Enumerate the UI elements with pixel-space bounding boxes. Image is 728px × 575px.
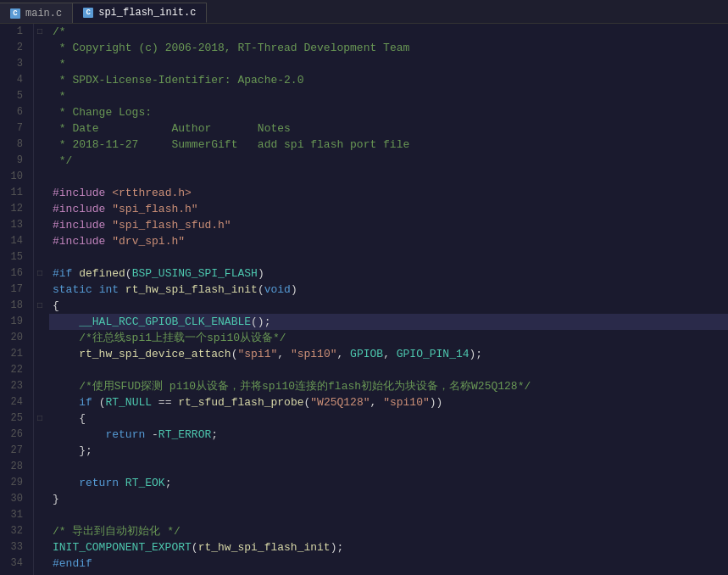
code-line-33: INIT_COMPONENT_EXPORT(rt_hw_spi_flash_in…: [49, 539, 728, 555]
fold-14: [34, 233, 46, 249]
ln-2: 2: [7, 40, 26, 56]
tab-bar: C main.c C spi_flash_init.c: [0, 0, 728, 24]
code-line-17: static int rt_hw_spi_flash_init(void): [49, 282, 728, 298]
ln-5: 5: [7, 88, 26, 104]
ln-13: 13: [7, 217, 26, 233]
code-line-12: #include "spi_flash.h": [49, 201, 728, 217]
fold-34: [34, 555, 46, 572]
ln-29: 29: [7, 475, 26, 491]
ln-4: 4: [7, 72, 26, 88]
code-line-7: * Date Author Notes: [49, 120, 728, 137]
code-line-22: [49, 362, 728, 378]
ln-27: 27: [7, 443, 26, 459]
code-line-27: };: [49, 443, 728, 459]
tab-icon-main-c: C: [10, 8, 20, 19]
fold-16[interactable]: □: [34, 265, 46, 282]
code-line-4: * SPDX-License-Identifier: Apache-2.0: [49, 72, 728, 88]
fold-23: [34, 378, 46, 394]
ln-22: 22: [7, 362, 26, 378]
fold-27: [34, 443, 46, 459]
fold-1[interactable]: □: [34, 24, 46, 40]
ln-15: 15: [7, 249, 26, 265]
ln-33: 33: [7, 539, 26, 555]
code-line-1: /*: [49, 24, 728, 40]
code-line-16: #if defined(BSP_USING_SPI_FLASH): [49, 265, 728, 282]
ln-32: 32: [7, 523, 26, 539]
tab-main-c[interactable]: C main.c: [0, 3, 73, 23]
ln-20: 20: [7, 330, 26, 346]
ln-12: 12: [7, 201, 26, 217]
ln-8: 8: [7, 137, 26, 153]
fold-33: [34, 539, 46, 555]
tab-label-main-c: main.c: [25, 8, 62, 20]
ln-1: 1: [7, 24, 26, 40]
code-line-9: */: [49, 153, 728, 169]
fold-26: [34, 427, 46, 443]
fold-13: [34, 217, 46, 233]
ln-9: 9: [7, 153, 26, 169]
ln-31: 31: [7, 507, 26, 523]
fold-29: [34, 475, 46, 491]
code-line-30: }: [49, 491, 728, 507]
fold-20: [34, 330, 46, 346]
code-line-25: {: [49, 410, 728, 427]
tab-label-spi-flash: spi_flash_init.c: [98, 7, 196, 19]
ln-16: 16: [7, 265, 26, 282]
code-area[interactable]: /* * Copyright (c) 2006-2018, RT-Thread …: [46, 24, 728, 575]
code-line-13: #include "spi_flash_sfud.h": [49, 217, 728, 233]
ln-28: 28: [7, 459, 26, 475]
fold-32: [34, 523, 46, 539]
tab-spi-flash-init-c[interactable]: C spi_flash_init.c: [73, 3, 207, 23]
code-line-32: /* 导出到自动初始化 */: [49, 523, 728, 539]
editor: 1 2 3 4 5 6 7 8 9 10 11 12 13 14 15 16 1…: [0, 24, 728, 575]
tab-icon-spi-flash: C: [83, 8, 93, 18]
ln-18: 18: [7, 298, 26, 314]
code-line-15: [49, 249, 728, 265]
ln-7: 7: [7, 120, 26, 137]
fold-18[interactable]: □: [34, 298, 46, 314]
fold-9: [34, 153, 46, 169]
fold-11: [34, 185, 46, 201]
line-numbers: 1 2 3 4 5 6 7 8 9 10 11 12 13 14 15 16 1…: [0, 24, 34, 575]
fold-area: □ □ □ □: [34, 24, 46, 575]
fold-28: [34, 459, 46, 475]
fold-4: [34, 72, 46, 88]
code-line-2: * Copyright (c) 2006-2018, RT-Thread Dev…: [49, 40, 728, 56]
code-line-19: __HAL_RCC_GPIOB_CLK_ENABLE();: [49, 314, 728, 330]
code-line-24: if (RT_NULL == rt_sfud_flash_probe("W25Q…: [49, 394, 728, 410]
ln-17: 17: [7, 282, 26, 298]
code-line-20: /*往总线spi1上挂载一个spi10从设备*/: [49, 330, 728, 346]
code-line-5: *: [49, 88, 728, 104]
ln-14: 14: [7, 233, 26, 249]
fold-19: [34, 314, 46, 330]
code-line-8: * 2018-11-27 SummerGift add spi flash po…: [49, 137, 728, 153]
fold-25[interactable]: □: [34, 410, 46, 427]
code-line-3: *: [49, 56, 728, 72]
fold-31: [34, 507, 46, 523]
ln-24: 24: [7, 394, 26, 410]
fold-10: [34, 169, 46, 185]
fold-6: [34, 104, 46, 120]
ln-6: 6: [7, 104, 26, 120]
ln-3: 3: [7, 56, 26, 72]
ln-10: 10: [7, 169, 26, 185]
code-line-6: * Change Logs:: [49, 104, 728, 120]
fold-12: [34, 201, 46, 217]
fold-3: [34, 56, 46, 72]
fold-17: [34, 282, 46, 298]
fold-15: [34, 249, 46, 265]
fold-8: [34, 137, 46, 153]
code-line-31: [49, 507, 728, 523]
code-line-29: return RT_EOK;: [49, 475, 728, 491]
ln-25: 25: [7, 410, 26, 427]
ln-34: 34: [7, 555, 26, 572]
code-line-11: #include <rtthread.h>: [49, 185, 728, 201]
code-line-28: [49, 459, 728, 475]
ln-26: 26: [7, 427, 26, 443]
code-line-14: #include "drv_spi.h": [49, 233, 728, 249]
ln-19: 19: [7, 314, 26, 330]
fold-21: [34, 346, 46, 362]
ln-11: 11: [7, 185, 26, 201]
fold-24: [34, 394, 46, 410]
code-line-10: [49, 169, 728, 185]
